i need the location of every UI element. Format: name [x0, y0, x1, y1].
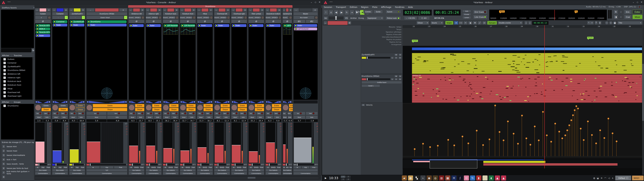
post-button[interactable]: Post	[225, 166, 230, 168]
pan-control[interactable]: GD	[163, 100, 178, 104]
post-button[interactable]: Post	[139, 166, 144, 168]
processor-active-led[interactable]	[70, 20, 73, 23]
track-a-button[interactable]: A	[394, 56, 398, 59]
zoom-in-button[interactable]: +	[609, 21, 613, 25]
group-visibility-row[interactable]: ✓DrumGizmo	[1, 104, 34, 108]
track-visibility-row[interactable]: ✓Kickdrum front	[1, 83, 32, 87]
midi-note[interactable]	[492, 60, 494, 61]
group-button[interactable]: DrmGz	[151, 166, 156, 168]
velocity-lollipop[interactable]	[513, 134, 514, 156]
midi-note[interactable]	[545, 90, 546, 90]
ruler-label[interactable]: Arrangement	[361, 43, 402, 46]
midi-note[interactable]	[614, 72, 616, 72]
clear-search-button[interactable]: Effacer	[32, 48, 34, 52]
midi-note[interactable]	[463, 80, 464, 81]
post-button[interactable]: Post	[80, 166, 85, 168]
midi-note[interactable]	[622, 65, 626, 66]
menu-édition[interactable]: Édition	[350, 6, 358, 8]
velocity-lollipop[interactable]	[578, 109, 578, 156]
visibility-checkbox[interactable]: ✓	[3, 76, 6, 79]
monitor-knob[interactable]	[163, 104, 169, 110]
processor-active-led[interactable]	[250, 24, 252, 27]
phase-invert-button[interactable]: Ø1	[293, 20, 306, 23]
pan-control[interactable]: GD	[35, 100, 51, 104]
velocity-lollipop[interactable]	[503, 141, 504, 156]
midi-note[interactable]	[448, 80, 451, 80]
midi-note[interactable]	[596, 96, 598, 97]
track-color-chip[interactable]	[362, 57, 366, 59]
phase-invert-button[interactable]: Ø	[214, 20, 230, 23]
strip-name-button[interactable]: Master	[293, 12, 318, 16]
midi-note[interactable]	[471, 94, 472, 94]
midi-note[interactable]	[539, 64, 540, 65]
follow-playhead-button[interactable]: Suivre	[386, 10, 401, 14]
gain-display[interactable]: -12,7	[180, 119, 188, 122]
strip-hide-button[interactable]: ⊘	[209, 8, 213, 12]
output-button[interactable]: Bus batterie	[129, 169, 144, 172]
menu-piste[interactable]: Piste	[372, 6, 377, 8]
strip-color-bar[interactable]	[202, 8, 208, 12]
gain-display[interactable]: 2,5	[35, 119, 43, 122]
midi-note[interactable]	[513, 63, 514, 64]
menu-affichage[interactable]: Affichage	[381, 6, 391, 8]
processor-entry[interactable]: Fader	[146, 24, 161, 27]
smart-mode-button[interactable]: Malin	[445, 21, 453, 25]
pan-control[interactable]: GD	[129, 100, 144, 104]
monitor-knob[interactable]	[52, 104, 58, 110]
midi-note[interactable]	[450, 54, 454, 54]
midi-note[interactable]	[470, 89, 472, 89]
grid-unit-select[interactable]: Double-croche▼	[498, 21, 523, 25]
midi-note[interactable]	[624, 93, 624, 94]
midi-input-icon[interactable]: ⁙	[64, 16, 68, 19]
comments-button[interactable]: Commentaires	[214, 172, 230, 175]
midi-note[interactable]	[585, 91, 587, 92]
visibility-checkbox[interactable]: ✓	[3, 58, 6, 60]
phase-invert-button[interactable]: Ø	[129, 20, 144, 23]
midi-note[interactable]	[562, 57, 566, 57]
midi-note[interactable]	[530, 96, 531, 96]
processor-active-led[interactable]	[36, 31, 38, 33]
strip-width-button[interactable]: ↔	[197, 8, 201, 12]
midi-note[interactable]	[598, 88, 600, 88]
visibility-checkbox[interactable]: ✓	[3, 65, 6, 68]
midi-note[interactable]	[461, 61, 464, 62]
mini-gain-slider[interactable]	[218, 164, 226, 166]
strip-color-chip[interactable]	[86, 164, 90, 166]
visibility-checkbox[interactable]: ✓	[3, 80, 6, 82]
strip-width-button[interactable]: ↔	[266, 8, 270, 12]
pan-control[interactable]: GD	[197, 100, 213, 104]
midi-note[interactable]	[572, 96, 573, 96]
track-l-button[interactable]: L	[391, 56, 394, 59]
metering-button[interactable]: M	[248, 166, 254, 168]
midi-note[interactable]	[512, 55, 516, 56]
midi-note[interactable]	[427, 79, 430, 80]
strip-name-button[interactable]: Snaredrum top	[282, 12, 292, 16]
strip-color-chip[interactable]	[129, 164, 132, 166]
menu-région[interactable]: Région	[361, 6, 368, 8]
file-manager-icon[interactable]: ▰	[402, 176, 407, 180]
midi-note[interactable]	[423, 93, 424, 94]
ruler-label[interactable]: Mesures : temps	[361, 26, 402, 28]
solo-lock-button[interactable]: Verr.	[171, 112, 178, 115]
solo-lock-button[interactable]: Verr.	[77, 112, 85, 115]
summary-view-rect[interactable]	[430, 160, 477, 168]
mini-gain-slider[interactable]	[297, 164, 314, 166]
strip-color-bar[interactable]	[133, 8, 140, 12]
comments-button[interactable]: Commentaires	[69, 172, 85, 175]
midi-note[interactable]	[415, 95, 417, 96]
processor-box[interactable]: Fader	[129, 24, 144, 100]
monitor-knob[interactable]	[69, 104, 75, 110]
strip-input-button[interactable]: DrumG...DRSkit 4	[180, 16, 192, 19]
post-button[interactable]: Post	[156, 166, 162, 168]
processor-active-led[interactable]	[36, 24, 38, 27]
midi-note[interactable]	[480, 96, 482, 97]
post-button[interactable]: Post	[276, 166, 281, 168]
midi-note[interactable]	[563, 63, 567, 64]
midi-note[interactable]	[470, 88, 471, 88]
solo-lock-button[interactable]: Verr.	[43, 112, 51, 115]
track-name-label[interactable]: ZynAddSubFX	[362, 54, 394, 56]
solo-isolate-button[interactable]: Iso.	[163, 112, 170, 115]
strip-hide-button[interactable]: ⊘	[119, 8, 127, 12]
comments-button[interactable]: Commentaires	[197, 172, 213, 175]
midi-note[interactable]	[594, 100, 595, 100]
